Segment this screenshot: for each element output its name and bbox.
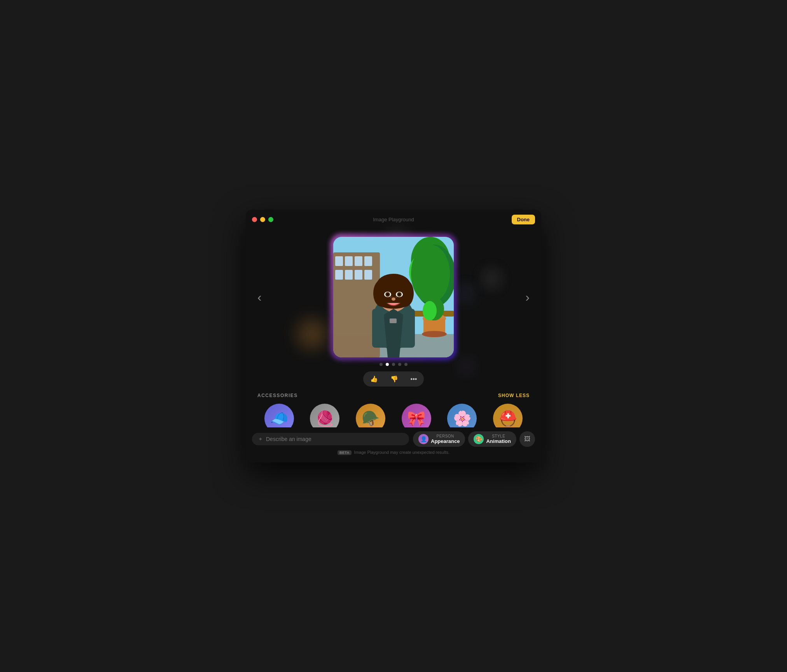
style-label: STYLE	[486, 434, 511, 438]
dot-3[interactable]	[392, 363, 395, 366]
carousel-image-wrapper	[333, 237, 454, 357]
minimize-button[interactable]	[260, 217, 265, 222]
svg-point-32	[387, 293, 389, 296]
close-button[interactable]	[252, 217, 257, 222]
show-less-button[interactable]: SHOW LESS	[498, 393, 530, 398]
dot-5[interactable]	[404, 363, 407, 366]
svg-rect-6	[335, 270, 343, 280]
bottom-bar: ✦ 👤 PERSON Appearance 🎨 STYLE Animation	[246, 427, 541, 462]
carousel-image	[333, 237, 454, 357]
bottom-controls: ✦ 👤 PERSON Appearance 🎨 STYLE Animation	[246, 431, 541, 447]
svg-point-21	[423, 301, 437, 320]
person-appearance-button[interactable]: 👤 PERSON Appearance	[413, 431, 465, 447]
dot-1[interactable]	[380, 363, 383, 366]
more-options-button[interactable]: •••	[404, 372, 423, 386]
zoom-button[interactable]	[268, 217, 273, 222]
dot-4[interactable]	[398, 363, 401, 366]
svg-point-19	[422, 331, 447, 337]
svg-rect-2	[335, 256, 343, 266]
accessories-title: ACCESSORIES	[257, 393, 298, 398]
person-icon: 👤	[418, 434, 428, 444]
person-pill-text: PERSON Appearance	[431, 434, 460, 444]
style-animation-button[interactable]: 🎨 STYLE Animation	[468, 431, 516, 447]
person-label: PERSON	[431, 434, 460, 438]
image-carousel: ‹	[246, 237, 541, 357]
titlebar: Image Playground Done	[246, 210, 541, 229]
person-value: Appearance	[431, 438, 460, 444]
svg-rect-3	[345, 256, 353, 266]
carousel-dots	[380, 363, 407, 366]
action-buttons-group: 👍 👎 •••	[363, 371, 424, 387]
thumbs-down-button[interactable]: 👎	[384, 372, 404, 386]
svg-rect-37	[390, 318, 397, 323]
thumbs-up-button[interactable]: 👍	[364, 372, 384, 386]
style-pill-text: STYLE Animation	[486, 434, 511, 444]
style-value: Animation	[486, 438, 511, 444]
style-icon: 🎨	[474, 434, 484, 444]
dot-2[interactable]	[386, 363, 389, 366]
svg-rect-8	[355, 270, 362, 280]
carousel-next-button[interactable]: ›	[521, 287, 533, 307]
search-icon: ✦	[258, 436, 263, 442]
beta-badge: BETA	[338, 450, 352, 455]
accessories-header: ACCESSORIES SHOW LESS	[257, 393, 530, 398]
bottom-pills: 👤 PERSON Appearance 🎨 STYLE Animation 🖼	[413, 431, 535, 447]
window-title: Image Playground	[373, 217, 414, 222]
svg-rect-9	[364, 270, 372, 280]
gallery-button[interactable]: 🖼	[519, 431, 535, 447]
search-input[interactable]	[266, 436, 403, 442]
search-input-wrapper: ✦	[252, 433, 409, 445]
svg-rect-5	[364, 256, 372, 266]
svg-rect-4	[355, 256, 362, 266]
done-button[interactable]: Done	[512, 215, 535, 224]
app-window: Image Playground Done ‹	[246, 210, 541, 462]
traffic-lights	[252, 217, 273, 222]
svg-rect-7	[345, 270, 353, 280]
svg-point-35	[398, 293, 400, 296]
beta-disclaimer-text: Image Playground may create unexpected r…	[354, 450, 449, 455]
carousel-prev-button[interactable]: ‹	[254, 287, 266, 307]
svg-point-36	[392, 298, 395, 301]
svg-point-14	[411, 245, 450, 303]
beta-disclaimer: BETA Image Playground may create unexpec…	[338, 450, 449, 455]
